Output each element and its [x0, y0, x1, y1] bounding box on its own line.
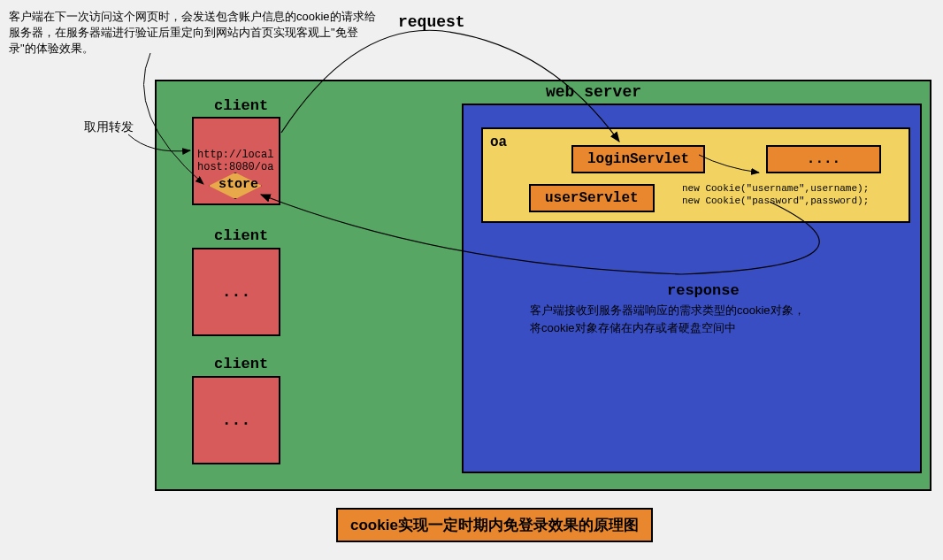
client2-box: ... — [192, 248, 280, 336]
response-label: response — [667, 282, 740, 299]
forward-label: 取用转发 — [84, 119, 134, 135]
store-label: store — [218, 177, 258, 192]
client2-label: client — [214, 227, 268, 244]
user-servlet-box: userServlet — [529, 184, 655, 212]
diagram-title: cookie实现一定时期内免登录效果的原理图 — [336, 508, 653, 542]
response-desc-line2: 将cookie对象存储在内存或者硬盘空间中 — [530, 319, 805, 337]
response-desc-line1: 客户端接收到服务器端响应的需求类型的cookie对象， — [530, 302, 805, 319]
oa-label: oa — [490, 134, 507, 150]
cookie-code-line1: new Cookie("username",username); — [682, 182, 869, 195]
client3-label: client — [214, 356, 268, 372]
client-url-line2: host:8080/oa — [197, 161, 273, 173]
cookie-code: new Cookie("username",username); new Coo… — [682, 182, 869, 208]
cookie-code-line2: new Cookie("password",password); — [682, 195, 869, 207]
dots-servlet-box: .... — [766, 145, 881, 173]
client1-label: client — [214, 97, 268, 114]
client3-box: ... — [192, 376, 280, 464]
oa-box: loginServlet .... userServlet new Cookie… — [481, 127, 910, 223]
request-label: request — [398, 13, 465, 31]
main-container: client http://local host:8080/oa client … — [155, 80, 932, 491]
server-label: web server — [546, 83, 641, 101]
server-box: oa loginServlet .... userServlet new Coo… — [462, 104, 922, 473]
client-url-line1: http://local — [197, 149, 273, 161]
top-annotation: 客户端在下一次访问这个网页时，会发送包含账户信息的cookie的请求给服务器，在… — [9, 9, 380, 58]
response-desc: 客户端接收到服务器端响应的需求类型的cookie对象， 将cookie对象存储在… — [530, 302, 805, 336]
login-servlet-box: loginServlet — [571, 145, 705, 173]
